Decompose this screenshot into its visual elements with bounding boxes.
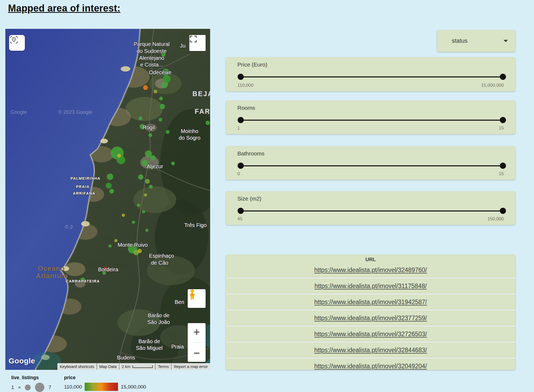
map-label: Três Figo bbox=[184, 222, 207, 228]
listing-link[interactable]: https://www.idealista.pt/imovel/31175848… bbox=[315, 283, 427, 290]
pegman-button[interactable] bbox=[188, 289, 206, 308]
map-label: ARRIFANA bbox=[73, 191, 95, 195]
listing-dot[interactable] bbox=[171, 162, 175, 165]
listing-link[interactable]: https://www.idealista.pt/imovel/31942587… bbox=[314, 299, 427, 306]
map-label: Atlântico bbox=[36, 272, 68, 280]
status-dropdown-label: status bbox=[452, 37, 468, 44]
terms-link[interactable]: Terms bbox=[155, 363, 171, 370]
bathrooms-slider-thumb-max[interactable] bbox=[500, 163, 506, 169]
listing-dot[interactable] bbox=[159, 118, 162, 121]
listing-dot[interactable] bbox=[145, 179, 150, 184]
status-dropdown[interactable]: status bbox=[437, 30, 515, 52]
listing-dot[interactable] bbox=[148, 133, 152, 137]
pegman-icon bbox=[188, 289, 197, 301]
zoom-control: + − bbox=[188, 323, 206, 362]
size-legend-min: 1 bbox=[11, 385, 14, 390]
table-row: https://www.idealista.pt/imovel/32489760… bbox=[226, 262, 515, 279]
listing-dot[interactable] bbox=[132, 221, 135, 224]
listing-link[interactable]: https://www.idealista.pt/imovel/32377259… bbox=[314, 315, 427, 322]
table-row: https://www.idealista.pt/imovel/32377259… bbox=[226, 311, 515, 327]
bathrooms-slider-thumb-min[interactable] bbox=[238, 163, 244, 169]
rooms-slider-label: Rooms bbox=[237, 105, 255, 111]
map-label: PRAIA bbox=[76, 185, 89, 189]
size-slider-track[interactable] bbox=[241, 210, 503, 211]
listing-dot[interactable] bbox=[166, 130, 170, 134]
size-legend-dot-medium bbox=[25, 385, 31, 390]
listing-dot[interactable] bbox=[144, 193, 147, 197]
listing-dot[interactable] bbox=[154, 90, 157, 93]
size-filter-panel: Size (m2) 45 150,000 bbox=[226, 191, 515, 225]
rooms-slider-thumb-max[interactable] bbox=[500, 117, 506, 123]
listing-link[interactable]: https://www.idealista.pt/imovel/32726503… bbox=[314, 331, 427, 338]
zoom-in-button[interactable]: + bbox=[188, 323, 206, 341]
zoom-divider bbox=[191, 342, 203, 343]
listing-dot[interactable] bbox=[138, 249, 142, 253]
report-map-error-link[interactable]: Report a map error bbox=[171, 363, 210, 370]
listing-dot[interactable] bbox=[114, 239, 117, 242]
map[interactable]: Parque Naturaldo SudoesteAlentejanoe Cos… bbox=[5, 29, 210, 370]
map-label: Parque Natural bbox=[134, 41, 170, 47]
size-slider-thumb-max[interactable] bbox=[500, 208, 506, 214]
listing-dot[interactable] bbox=[109, 189, 114, 194]
map-label: Aljezur bbox=[147, 163, 163, 169]
map-label: Odeceixe bbox=[149, 69, 172, 75]
price-slider-thumb-min[interactable] bbox=[238, 74, 244, 80]
map-scale-bar bbox=[132, 365, 153, 368]
price-max-value: 15,000,000 bbox=[481, 83, 504, 88]
table-row: https://www.idealista.pt/imovel/31175848… bbox=[226, 279, 515, 295]
map-scale: 2 km bbox=[119, 363, 155, 370]
rooms-slider-track[interactable] bbox=[241, 120, 503, 121]
map-label: © 2023 Google bbox=[58, 109, 92, 115]
listing-dot[interactable] bbox=[117, 154, 121, 158]
table-row: https://www.idealista.pt/imovel/31942587… bbox=[226, 295, 515, 311]
size-max-value: 150,000 bbox=[488, 216, 504, 222]
listing-link[interactable]: https://www.idealista.pt/imovel/32489760… bbox=[314, 266, 427, 274]
price-slider-thumb-max[interactable] bbox=[500, 74, 506, 80]
size-min-value: 45 bbox=[237, 216, 242, 222]
map-label: do Sudoeste bbox=[137, 48, 167, 54]
listing-dot[interactable] bbox=[163, 75, 171, 83]
table-row: https://www.idealista.pt/imovel/32844683… bbox=[226, 343, 515, 359]
listing-dot[interactable] bbox=[137, 203, 140, 207]
price-slider-track[interactable] bbox=[241, 76, 503, 77]
size-legend-max: 7 bbox=[49, 385, 52, 390]
listing-dot[interactable] bbox=[143, 85, 148, 90]
listing-dot[interactable] bbox=[107, 174, 113, 180]
url-table-header: URL bbox=[226, 254, 515, 262]
listing-dot[interactable] bbox=[142, 210, 145, 213]
listing-dot[interactable] bbox=[139, 116, 142, 120]
zoom-out-button[interactable]: − bbox=[188, 344, 206, 362]
map-label: Praia bbox=[171, 344, 184, 350]
listing-dot[interactable] bbox=[108, 244, 112, 248]
listing-link[interactable]: https://www.idealista.pt/imovel/32049204… bbox=[314, 363, 427, 370]
map-label: BEJA bbox=[193, 90, 210, 97]
listing-dot[interactable] bbox=[160, 104, 165, 109]
map-label: Google bbox=[10, 109, 27, 115]
area-search-button[interactable] bbox=[9, 35, 25, 51]
url-table: URL https://www.idealista.pt/imovel/3248… bbox=[226, 254, 515, 370]
price-slider-label: Price (Euro) bbox=[237, 61, 267, 68]
fullscreen-button[interactable] bbox=[189, 35, 206, 51]
map-data-link[interactable]: Map Data bbox=[97, 363, 119, 370]
google-logo: Google bbox=[9, 357, 35, 365]
listing-link[interactable]: https://www.idealista.pt/imovel/32844683… bbox=[314, 347, 427, 354]
listing-dot[interactable] bbox=[162, 82, 167, 88]
map-label: CARRAPATEIRA bbox=[66, 279, 100, 283]
rooms-slider-thumb-min[interactable] bbox=[238, 117, 244, 123]
page-title: Mapped area of interest: bbox=[8, 3, 120, 14]
price-legend: price 110,000 15,000,000 bbox=[64, 375, 146, 391]
listing-dot[interactable] bbox=[150, 155, 156, 160]
bathrooms-slider-track[interactable] bbox=[241, 165, 503, 166]
keyboard-shortcuts-link[interactable]: Keyboard shortcuts bbox=[57, 363, 97, 370]
listing-dot[interactable] bbox=[122, 214, 125, 217]
size-slider-thumb-min[interactable] bbox=[238, 208, 244, 214]
listing-dot[interactable] bbox=[159, 97, 163, 100]
map-label: de Cão bbox=[151, 260, 168, 266]
listing-dot[interactable] bbox=[106, 183, 112, 189]
bathrooms-min-value: 0 bbox=[237, 171, 240, 177]
listing-dot[interactable] bbox=[145, 229, 148, 232]
listing-dot[interactable] bbox=[138, 174, 143, 180]
listing-dot[interactable] bbox=[206, 121, 210, 125]
map-label: Monte Ruivo bbox=[118, 242, 148, 248]
listing-dot[interactable] bbox=[149, 185, 153, 189]
